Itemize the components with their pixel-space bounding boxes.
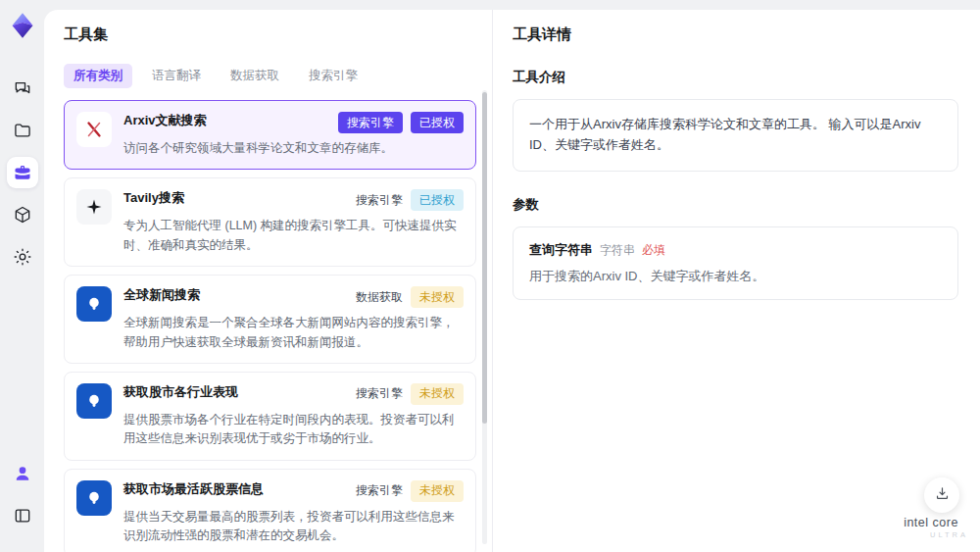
tool-auth-badge: 未授权 (411, 480, 464, 502)
tool-description: 全球新闻搜索是一个聚合全球各大新闻网站内容的搜索引擎，帮助用户快速获取全球最新资… (123, 314, 464, 352)
tool-category-tag: 搜索引擎 (356, 385, 403, 402)
sidebar-item-account[interactable] (7, 458, 38, 489)
download-icon (934, 485, 951, 506)
tool-category-tag: 搜索引擎 (356, 482, 403, 499)
tool-description: 访问各个研究领域大量科学论文和文章的存储库。 (123, 139, 464, 158)
tool-card[interactable]: 全球新闻搜索 数据获取 未授权 全球新闻搜索是一个聚合全球各大新闻网站内容的搜索… (64, 275, 476, 364)
tool-auth-badge: 未授权 (411, 286, 464, 308)
package-icon (13, 205, 32, 225)
tool-list: Arxiv文献搜索 搜索引擎 已授权 访问各个研究领域大量科学论文和文章的存储库… (44, 98, 492, 552)
tool-detail-panel: 工具详情 工具介绍 一个用于从Arxiv存储库搜索科学论文和文章的工具。 输入可… (493, 10, 980, 552)
detail-title: 工具详情 (513, 25, 958, 44)
panel-toggle-button[interactable] (7, 500, 38, 531)
intro-box: 一个用于从Arxiv存储库搜索科学论文和文章的工具。 输入可以是Arxiv ID… (513, 99, 958, 172)
download-button[interactable] (924, 477, 959, 513)
scrollbar-thumb[interactable] (482, 92, 487, 424)
stock-icon (76, 383, 112, 419)
tavily-star-icon (76, 189, 112, 225)
tab-all-categories[interactable]: 所有类别 (64, 64, 132, 88)
tool-category-tag: 搜索引擎 (356, 192, 403, 209)
tool-name: 获取市场最活跃股票信息 (123, 480, 264, 498)
param-name: 查询字符串 (529, 241, 593, 259)
page-title: 工具集 (64, 25, 472, 44)
tool-list-panel: 工具集 所有类别 语言翻译 数据获取 搜索引擎 Arxiv文献搜索 搜索引擎 已… (44, 10, 493, 552)
tool-category-tag: 搜索引擎 (338, 112, 403, 133)
intro-heading: 工具介绍 (513, 69, 958, 86)
sidebar-item-chat[interactable] (7, 73, 38, 104)
chat-icon (13, 78, 32, 98)
tab-search-engine[interactable]: 搜索引擎 (299, 64, 368, 88)
settings-icon (13, 247, 32, 267)
param-required-badge: 必填 (642, 242, 665, 259)
arxiv-logo-icon (76, 112, 112, 147)
tool-auth-badge: 已授权 (411, 189, 464, 211)
intel-core-text: intel core (894, 516, 968, 529)
tool-description: 提供股票市场各个行业在特定时间段内的表现。投资者可以利用这些信息来识别表现优于或… (123, 411, 464, 449)
tool-description: 提供当天交易量最高的股票列表，投资者可以利用这些信息来识别流动性强的股票和潜在的… (123, 508, 464, 546)
category-tabs: 所有类别 语言翻译 数据获取 搜索引擎 (64, 64, 472, 88)
param-description: 用于搜索的Arxiv ID、关键字或作者姓名。 (529, 268, 942, 285)
folder-icon (13, 121, 32, 140)
tool-name: Tavily搜索 (123, 189, 184, 207)
tool-name: 全球新闻搜索 (123, 286, 200, 304)
tool-description: 专为人工智能代理 (LLM) 构建的搜索引擎工具。可快速提供实时、准确和真实的结… (123, 217, 464, 255)
tool-auth-badge: 已授权 (411, 112, 464, 133)
sidebar-item-plugins[interactable] (7, 199, 38, 230)
intel-ultra-text: ultra (894, 530, 968, 539)
tool-card[interactable]: Arxiv文献搜索 搜索引擎 已授权 访问各个研究领域大量科学论文和文章的存储库… (64, 100, 476, 170)
tool-name: Arxiv文献搜索 (123, 112, 207, 129)
main-surface: 工具集 所有类别 语言翻译 数据获取 搜索引擎 Arxiv文献搜索 搜索引擎 已… (44, 10, 980, 552)
sidebar-item-files[interactable] (7, 115, 38, 146)
tool-name: 获取股市各行业表现 (123, 383, 238, 401)
params-heading: 参数 (513, 196, 958, 214)
app-logo-icon (9, 12, 36, 39)
tool-auth-badge: 未授权 (411, 383, 464, 405)
tool-card[interactable]: 获取股市各行业表现 搜索引擎 未授权 提供股票市场各个行业在特定时间段内的表现。… (64, 372, 476, 461)
tool-card[interactable]: 获取市场最活跃股票信息 搜索引擎 未授权 提供当天交易量最高的股票列表，投资者可… (64, 469, 476, 552)
sidebar-item-settings[interactable] (7, 241, 38, 273)
panel-toggle-icon (13, 506, 32, 526)
avatar-icon (13, 464, 32, 483)
left-rail (0, 0, 44, 552)
intel-core-badge: intel core ultra (894, 516, 968, 539)
stock-icon (76, 480, 112, 516)
tab-translation[interactable]: 语言翻译 (142, 64, 211, 88)
tab-data-fetch[interactable]: 数据获取 (220, 64, 289, 88)
param-card: 查询字符串 字符串 必填 用于搜索的Arxiv ID、关键字或作者姓名。 (513, 226, 958, 300)
tool-card[interactable]: Tavily搜索 搜索引擎 已授权 专为人工智能代理 (LLM) 构建的搜索引擎… (64, 177, 476, 267)
globe-news-icon (76, 286, 112, 322)
tool-category-tag: 数据获取 (356, 289, 403, 306)
toolbox-icon (13, 163, 32, 182)
param-type: 字符串 (600, 242, 635, 259)
sidebar-item-tools[interactable] (7, 157, 38, 188)
